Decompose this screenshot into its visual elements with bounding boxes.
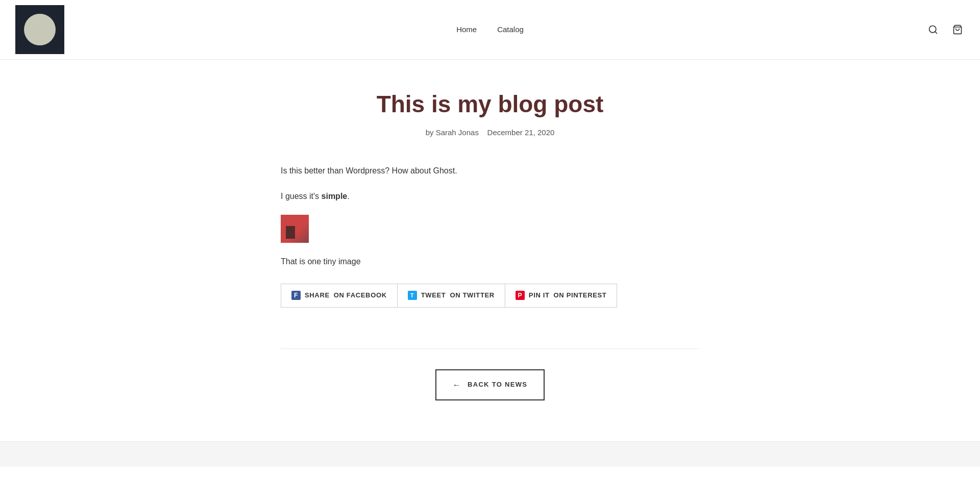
site-footer bbox=[0, 441, 980, 467]
logo[interactable] bbox=[15, 5, 64, 54]
back-to-news-label: BACK TO NEWS bbox=[468, 380, 527, 390]
p2-suffix: . bbox=[347, 192, 349, 200]
pinterest-icon: P bbox=[516, 291, 525, 300]
back-section: ← BACK TO NEWS bbox=[281, 348, 699, 401]
article-body: Is this better than Wordpress? How about… bbox=[281, 164, 628, 308]
twitter-share-label: TWEET bbox=[421, 290, 446, 301]
svg-line-1 bbox=[935, 32, 937, 34]
p2-prefix: I guess it's bbox=[281, 192, 322, 200]
nav-catalog[interactable]: Catalog bbox=[497, 23, 524, 36]
twitter-share-suffix: ON TWITTER bbox=[450, 290, 494, 301]
p2-bold: simple bbox=[322, 192, 348, 200]
article-paragraph-2: I guess it's simple. bbox=[281, 190, 628, 203]
twitter-icon: t bbox=[408, 291, 417, 300]
article-image-inner bbox=[281, 215, 309, 243]
share-section: f SHARE ON FACEBOOK t TWEET ON TWITTER P… bbox=[281, 284, 628, 308]
article-author: Sarah Jonas bbox=[436, 128, 479, 137]
article-paragraph-3: That is one tiny image bbox=[281, 255, 628, 268]
pinterest-share-label: PIN IT bbox=[529, 290, 550, 301]
logo-circle bbox=[24, 14, 56, 45]
author-prefix: by bbox=[426, 128, 434, 137]
main-content: This is my blog post by Sarah Jonas Dece… bbox=[260, 60, 720, 441]
search-icon bbox=[928, 24, 938, 35]
site-header: Home Catalog bbox=[0, 0, 980, 60]
header-actions bbox=[926, 22, 965, 37]
cart-button[interactable] bbox=[950, 22, 965, 37]
article-image bbox=[281, 215, 309, 243]
article-paragraph-1: Is this better than Wordpress? How about… bbox=[281, 164, 628, 178]
article-header: This is my blog post by Sarah Jonas Dece… bbox=[281, 90, 699, 139]
article-date: December 21, 2020 bbox=[487, 128, 555, 137]
search-button[interactable] bbox=[926, 22, 940, 37]
pinterest-share-button[interactable]: P PIN IT ON PINTEREST bbox=[505, 284, 618, 308]
back-to-news-button[interactable]: ← BACK TO NEWS bbox=[435, 369, 545, 401]
facebook-share-suffix: ON FACEBOOK bbox=[334, 290, 387, 301]
twitter-share-button[interactable]: t TWEET ON TWITTER bbox=[397, 284, 505, 308]
main-nav: Home Catalog bbox=[456, 23, 524, 36]
facebook-icon: f bbox=[291, 291, 301, 300]
pinterest-share-suffix: ON PINTEREST bbox=[554, 290, 607, 301]
article-meta: by Sarah Jonas December 21, 2020 bbox=[281, 127, 699, 139]
nav-home[interactable]: Home bbox=[456, 23, 477, 36]
facebook-share-label: SHARE bbox=[305, 290, 330, 301]
facebook-share-button[interactable]: f SHARE ON FACEBOOK bbox=[281, 284, 397, 308]
article-title: This is my blog post bbox=[281, 90, 699, 118]
back-arrow-icon: ← bbox=[453, 379, 461, 392]
cart-icon bbox=[952, 24, 963, 35]
